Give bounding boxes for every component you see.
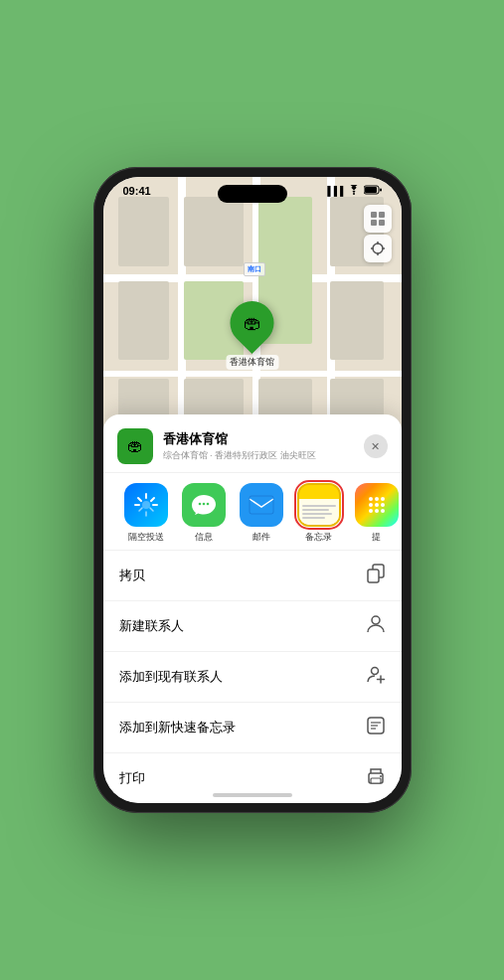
stadium-marker: 🏟 香港体育馆 [226,301,278,370]
phone-screen: 09:41 ▐▐▐ [103,177,402,803]
status-time: 09:41 [123,185,151,197]
action-add-existing[interactable]: 添加到现有联系人 [103,652,402,703]
bottom-sheet: 🏟 香港体育馆 综合体育馆 · 香港特别行政区 油尖旺区 ✕ [103,414,402,803]
notes-icon [297,483,341,527]
map-controls [364,205,392,262]
status-icons: ▐▐▐ [324,185,381,197]
svg-point-0 [353,193,355,195]
svg-rect-17 [250,496,273,514]
share-app-airdrop[interactable]: 隔空投送 [117,483,175,544]
print-label: 打印 [119,769,145,787]
svg-point-15 [202,503,205,506]
add-existing-icon [366,665,386,689]
airdrop-icon [124,483,168,527]
action-copy[interactable]: 拷贝 [103,551,402,601]
svg-rect-30 [371,778,381,783]
svg-rect-20 [368,570,379,582]
svg-point-14 [198,503,201,506]
mail-label: 邮件 [252,531,270,544]
svg-point-13 [142,501,150,509]
venue-name: 香港体育馆 [163,430,364,448]
home-indicator [213,793,292,797]
messages-icon [182,483,226,527]
stadium-pin-icon: 🏟 [244,312,261,333]
wifi-icon [348,185,360,197]
share-app-more[interactable]: 提 [348,483,402,544]
venue-subtitle: 综合体育馆 · 香港特别行政区 油尖旺区 [163,449,364,462]
svg-point-8 [373,244,383,253]
mail-icon [240,483,283,527]
svg-point-22 [371,668,378,675]
copy-label: 拷贝 [119,567,145,584]
add-notes-icon [366,716,386,739]
new-contact-label: 新建联系人 [119,617,184,635]
signal-icon: ▐▐▐ [324,186,343,196]
stadium-pin: 🏟 [221,292,282,354]
map-south-entrance-label: 南口 [244,262,265,276]
more-icon [355,483,399,527]
add-notes-label: 添加到新快速备忘录 [119,719,236,736]
svg-rect-6 [371,220,377,226]
svg-rect-3 [380,189,382,192]
new-contact-icon [366,614,386,638]
svg-rect-5 [379,212,385,218]
svg-rect-4 [371,212,377,218]
svg-point-16 [206,503,209,506]
map-type-button[interactable] [364,205,392,233]
airdrop-label: 隔空投送 [128,531,164,544]
battery-icon [364,185,382,197]
action-list: 拷贝 新建联系人 [103,551,402,803]
phone-frame: 09:41 ▐▐▐ [93,167,412,813]
share-apps-row: 隔空投送 信息 [103,473,402,551]
venue-icon: 🏟 [117,428,153,464]
share-app-mail[interactable]: 邮件 [233,483,290,544]
stadium-name-label: 香港体育馆 [226,355,278,370]
share-app-messages[interactable]: 信息 [175,483,233,544]
location-button[interactable] [364,235,392,262]
action-new-contact[interactable]: 新建联系人 [103,601,402,652]
svg-rect-2 [365,187,377,193]
notes-label: 备忘录 [305,531,332,544]
svg-rect-7 [379,220,385,226]
messages-label: 信息 [195,531,213,544]
action-add-notes[interactable]: 添加到新快速备忘录 [103,703,402,753]
svg-point-21 [372,616,380,624]
venue-info: 香港体育馆 综合体育馆 · 香港特别行政区 油尖旺区 [163,430,364,462]
dynamic-island [218,185,287,203]
copy-icon [366,564,386,587]
more-label: 提 [372,531,381,544]
add-existing-label: 添加到现有联系人 [119,668,223,686]
print-icon [366,766,386,790]
sheet-close-button[interactable]: ✕ [364,434,388,458]
share-app-notes[interactable]: 备忘录 [290,483,348,544]
sheet-header: 🏟 香港体育馆 综合体育馆 · 香港特别行政区 油尖旺区 ✕ [103,414,402,473]
svg-point-31 [380,775,382,777]
